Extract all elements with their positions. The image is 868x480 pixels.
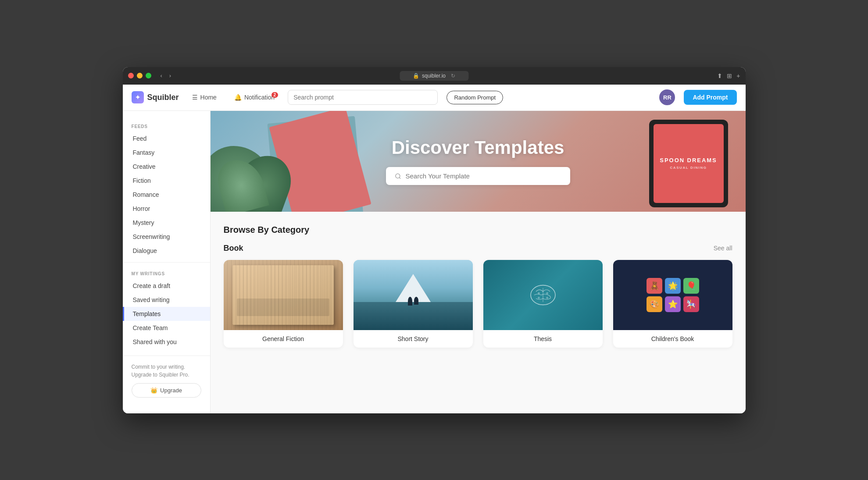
hero-banner: Discover Templates Spoon Dreams Casual D… xyxy=(211,111,746,212)
toy-block-6: 🎠 xyxy=(683,296,699,312)
sidebar-item-horror[interactable]: Horror xyxy=(123,202,210,216)
logo[interactable]: ✦ Squibler xyxy=(132,91,179,103)
tablet-text: Spoon Dreams Casual Dining xyxy=(655,152,721,175)
svg-point-4 xyxy=(546,292,548,294)
maximize-button[interactable] xyxy=(146,73,151,78)
template-image-books xyxy=(224,260,343,330)
sidebar-item-label: Horror xyxy=(133,205,150,212)
template-card-thesis[interactable]: Thesis xyxy=(483,260,603,348)
template-label: Short Story xyxy=(354,330,473,348)
plant-decoration xyxy=(211,124,307,212)
appbar: ✦ Squibler ☰ Home 🔔 Notification 2 Rando… xyxy=(123,85,746,111)
sidebar-item-screenwriting[interactable]: Screenwriting xyxy=(123,230,210,244)
figures xyxy=(408,297,418,306)
sidebar-item-label: Screenwriting xyxy=(133,233,170,240)
toy-block-4: 🎨 xyxy=(647,296,662,312)
close-button[interactable] xyxy=(128,73,134,78)
sidebar-divider xyxy=(123,262,210,263)
sidebar-item-fantasy[interactable]: Fantasy xyxy=(123,146,210,160)
upgrade-label: Upgrade xyxy=(160,387,182,394)
sidebar-item-label: Templates xyxy=(133,310,161,317)
template-label: Children's Book xyxy=(613,330,732,348)
category-header: Book See all xyxy=(224,244,732,253)
search-input[interactable] xyxy=(293,94,432,101)
sidebar-item-create-team[interactable]: Create Team xyxy=(123,321,210,335)
toy-block-5: ⭐ xyxy=(665,296,681,312)
more-button[interactable]: + xyxy=(736,72,740,79)
sidebar-item-create-draft[interactable]: Create a draft xyxy=(123,279,210,293)
see-all-button[interactable]: See all xyxy=(714,245,732,252)
template-card-short-story[interactable]: Short Story xyxy=(354,260,473,348)
water-reflection xyxy=(354,302,473,330)
avatar[interactable]: RR xyxy=(659,89,675,105)
new-tab-button[interactable]: ⊞ xyxy=(727,72,732,79)
upgrade-button[interactable]: 👑 Upgrade xyxy=(132,383,201,398)
sidebar-item-saved-writing[interactable]: Saved writing xyxy=(123,293,210,307)
sidebar-item-label: Create Team xyxy=(133,324,168,331)
hero-search-input[interactable] xyxy=(405,172,561,180)
sidebar-item-romance[interactable]: Romance xyxy=(123,188,210,202)
figure-2 xyxy=(414,297,418,305)
window-controls xyxy=(128,73,151,78)
sidebar-footer: Commit to your writing. Upgrade to Squib… xyxy=(123,356,210,405)
sidebar-item-feed[interactable]: Feed xyxy=(123,132,210,146)
template-card-childrens-book[interactable]: 🧸 🌟 🎈 🎨 ⭐ 🎠 Children's Book xyxy=(613,260,732,348)
sidebar-item-label: Create a draft xyxy=(133,282,171,289)
book-lines xyxy=(232,265,334,325)
sidebar-item-dialogue[interactable]: Dialogue xyxy=(123,244,210,258)
lock-icon: 🔒 xyxy=(413,73,419,79)
app-window: ‹ › 🔒 squibler.io ↻ ⬆ ⊞ + ✦ Squibler ☰ H… xyxy=(123,67,746,413)
add-prompt-button[interactable]: Add Prompt xyxy=(684,90,736,105)
back-button[interactable]: ‹ xyxy=(158,71,164,80)
figure-1 xyxy=(408,297,412,306)
content-area: Discover Templates Spoon Dreams Casual D… xyxy=(211,111,746,413)
tablet-screen: Spoon Dreams Casual Dining xyxy=(654,124,724,203)
address-bar-container: 🔒 squibler.io ↻ xyxy=(400,71,468,81)
nav-home-label: Home xyxy=(200,94,217,101)
hero-title: Discover Templates xyxy=(386,137,570,158)
toy-blocks: 🧸 🌟 🎈 🎨 ⭐ 🎠 xyxy=(640,272,705,318)
template-image-children: 🧸 🌟 🎈 🎨 ⭐ 🎠 xyxy=(613,260,732,330)
minimize-button[interactable] xyxy=(137,73,143,78)
sidebar-item-label: Fiction xyxy=(133,177,151,184)
template-label: General Fiction xyxy=(224,330,343,348)
address-bar[interactable]: 🔒 squibler.io ↻ xyxy=(400,71,468,81)
hero-content: Discover Templates xyxy=(386,137,570,185)
mywritings-label: MY WRITINGS xyxy=(123,271,210,276)
book-stack xyxy=(232,265,334,325)
random-prompt-button[interactable]: Random Prompt xyxy=(447,91,503,104)
search-bar[interactable] xyxy=(288,90,438,105)
logo-text: Squibler xyxy=(147,93,179,102)
svg-line-1 xyxy=(399,177,400,178)
nav-home[interactable]: ☰ Home xyxy=(188,91,221,103)
template-label: Thesis xyxy=(483,330,603,348)
sidebar-item-creative[interactable]: Creative xyxy=(123,160,210,174)
sidebar-item-label: Mystery xyxy=(133,219,154,226)
sidebar-item-label: Dialogue xyxy=(133,247,157,254)
svg-point-6 xyxy=(546,297,548,299)
nav-notification-label: Notification xyxy=(244,94,275,101)
toy-block-1: 🧸 xyxy=(647,278,662,294)
share-button[interactable]: ⬆ xyxy=(717,72,722,79)
toy-block-3: 🎈 xyxy=(683,278,699,294)
logo-icon: ✦ xyxy=(132,91,144,103)
forward-button[interactable]: › xyxy=(167,71,173,80)
hero-search-bar[interactable] xyxy=(386,167,570,185)
nav-notification[interactable]: 🔔 Notification 2 xyxy=(230,91,279,103)
sidebar-item-templates[interactable]: Templates xyxy=(123,307,210,321)
book-spine xyxy=(237,299,329,316)
upgrade-text: Commit to your writing. Upgrade to Squib… xyxy=(132,363,201,379)
template-card-general-fiction[interactable]: General Fiction xyxy=(224,260,343,348)
browser-actions: ⬆ ⊞ + xyxy=(717,72,740,79)
home-icon: ☰ xyxy=(192,94,198,101)
template-image-brain xyxy=(483,260,603,330)
sidebar-item-label: Romance xyxy=(133,191,159,198)
sidebar-item-mystery[interactable]: Mystery xyxy=(123,216,210,230)
sidebar-item-shared[interactable]: Shared with you xyxy=(123,335,210,349)
notification-badge: 2 xyxy=(271,92,279,98)
sidebar: FEEDS Feed Fantasy Creative Fiction Roma… xyxy=(123,111,211,413)
sidebar-item-fiction[interactable]: Fiction xyxy=(123,174,210,188)
hero-tablet: Spoon Dreams Casual Dining xyxy=(649,120,728,207)
bell-icon: 🔔 xyxy=(234,94,242,101)
url-text: squibler.io xyxy=(422,73,446,79)
